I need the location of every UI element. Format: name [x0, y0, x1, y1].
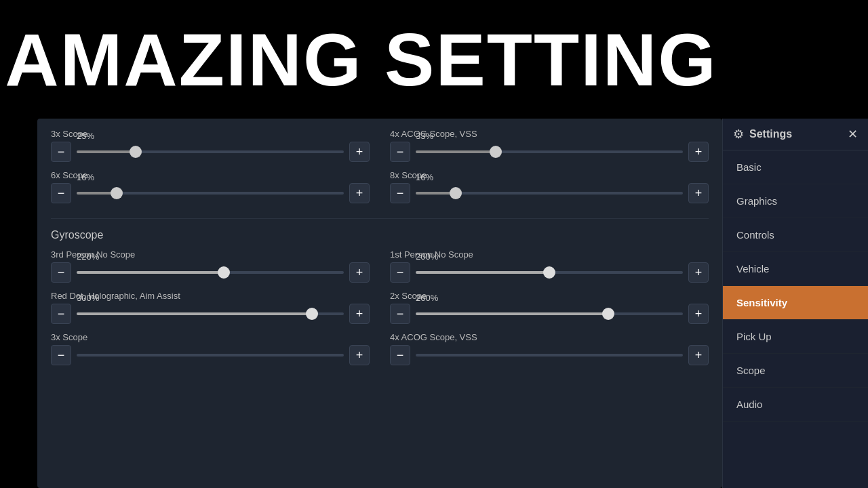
camera-right-col: 4x ACOG Scope, VSS − 33% +: [390, 129, 709, 211]
slider-track-3x-scope: [77, 150, 344, 153]
slider-control-3x-scope: − 25% +: [51, 142, 370, 162]
panel-content: 3x Scope − 25% +: [37, 119, 722, 488]
slider-track-wrap-3x-scope[interactable]: 25%: [77, 142, 344, 162]
plus-btn-4x-acog[interactable]: +: [688, 142, 709, 162]
slider-row-3x-scope: 3x Scope − 25% +: [51, 129, 370, 162]
minus-btn-4x-acog[interactable]: −: [390, 142, 410, 162]
camera-sliders-grid: 3x Scope − 25% +: [51, 129, 709, 211]
slider-track-wrap-1st-person[interactable]: 200%: [416, 262, 683, 283]
slider-row-red-dot: Red Dot, Holographic, Aim Assist − 300% …: [51, 291, 370, 324]
plus-btn-2x-scope[interactable]: +: [688, 304, 709, 324]
settings-panel: 3x Scope − 25% +: [37, 119, 722, 488]
nav-item-pickup[interactable]: Pick Up: [723, 320, 868, 354]
slider-thumb-2x-scope[interactable]: [602, 308, 614, 320]
minus-btn-6x-scope[interactable]: −: [51, 183, 71, 203]
title-overlay: AMAZING SETTING: [0, 0, 722, 119]
slider-track-wrap-red-dot[interactable]: 300%: [77, 304, 344, 324]
slider-track-gyro-4x-acog: [416, 354, 683, 357]
slider-thumb-1st-person[interactable]: [543, 266, 555, 279]
slider-value-8x-scope: 16%: [416, 172, 433, 182]
right-sidebar: ⚙ Settings ✕ Basic Graphics Controls Veh…: [722, 119, 868, 488]
minus-btn-3rd-person[interactable]: −: [51, 262, 71, 283]
gyroscope-title: Gyroscope: [51, 229, 709, 241]
plus-btn-red-dot[interactable]: +: [349, 304, 370, 324]
slider-fill-red-dot: [77, 312, 312, 315]
slider-track-wrap-6x-scope[interactable]: 16%: [77, 183, 344, 203]
plus-btn-3rd-person[interactable]: +: [349, 262, 370, 283]
nav-item-vehicle[interactable]: Vehicle: [723, 252, 868, 286]
close-button[interactable]: ✕: [848, 127, 858, 142]
camera-left-col: 3x Scope − 25% +: [51, 129, 370, 211]
slider-label-4x-acog: 4x ACOG Scope, VSS: [390, 129, 709, 139]
slider-value-1st-person: 200%: [416, 251, 438, 262]
slider-track-wrap-2x-scope[interactable]: 260%: [416, 304, 683, 324]
slider-thumb-6x-scope[interactable]: [111, 187, 123, 199]
minus-btn-1st-person[interactable]: −: [390, 262, 410, 283]
slider-row-8x-scope: 8x Scope − 16% +: [390, 170, 709, 203]
main-title: AMAZING SETTING: [5, 16, 717, 102]
minus-btn-2x-scope[interactable]: −: [390, 304, 410, 324]
minus-btn-gyro-4x-acog[interactable]: −: [390, 345, 410, 365]
slider-thumb-3rd-person[interactable]: [218, 266, 230, 279]
gyro-sliders-grid: 3rd Person No Scope − 220% +: [51, 249, 709, 373]
slider-thumb-red-dot[interactable]: [306, 308, 318, 320]
camera-section: 3x Scope − 25% +: [51, 119, 709, 219]
slider-row-3rd-person: 3rd Person No Scope − 220% +: [51, 249, 370, 283]
minus-btn-8x-scope[interactable]: −: [390, 183, 410, 203]
sidebar-title: Settings: [749, 128, 792, 140]
slider-row-1st-person: 1st Person No Scope − 200% +: [390, 249, 709, 283]
slider-track-red-dot: [77, 312, 344, 315]
plus-btn-3x-scope[interactable]: +: [349, 142, 370, 162]
slider-thumb-3x-scope[interactable]: [130, 146, 142, 158]
slider-value-2x-scope: 260%: [416, 293, 438, 303]
plus-btn-8x-scope[interactable]: +: [688, 183, 709, 203]
slider-fill-1st-person: [416, 271, 549, 274]
slider-control-8x-scope: − 16% +: [390, 183, 709, 203]
slider-control-1st-person: − 200% +: [390, 262, 709, 283]
slider-track-wrap-gyro-3x-scope[interactable]: [77, 345, 344, 365]
slider-track-wrap-3rd-person[interactable]: 220%: [77, 262, 344, 283]
slider-label-8x-scope: 8x Scope: [390, 170, 709, 180]
slider-track-4x-acog: [416, 150, 683, 153]
slider-label-3x-scope: 3x Scope: [51, 129, 370, 139]
slider-fill-3rd-person: [77, 271, 224, 274]
plus-btn-6x-scope[interactable]: +: [349, 183, 370, 203]
slider-track-3rd-person: [77, 271, 344, 274]
slider-track-wrap-gyro-4x-acog[interactable]: [416, 345, 683, 365]
slider-control-red-dot: − 300% +: [51, 304, 370, 324]
slider-row-6x-scope: 6x Scope − 16% +: [51, 170, 370, 203]
minus-btn-gyro-3x-scope[interactable]: −: [51, 345, 71, 365]
gear-icon: ⚙: [733, 127, 744, 142]
plus-btn-1st-person[interactable]: +: [688, 262, 709, 283]
slider-track-wrap-8x-scope[interactable]: 16%: [416, 183, 683, 203]
slider-label-gyro-4x-acog: 4x ACOG Scope, VSS: [390, 332, 709, 342]
slider-track-wrap-4x-acog[interactable]: 33%: [416, 142, 683, 162]
slider-row-gyro-4x-acog: 4x ACOG Scope, VSS − +: [390, 332, 709, 365]
minus-btn-red-dot[interactable]: −: [51, 304, 71, 324]
slider-track-6x-scope: [77, 192, 344, 195]
nav-item-basic[interactable]: Basic: [723, 150, 868, 184]
gyro-left-col: 3rd Person No Scope − 220% +: [51, 249, 370, 373]
sidebar-header: ⚙ Settings ✕: [723, 119, 868, 150]
slider-value-red-dot: 300%: [77, 293, 99, 303]
slider-control-2x-scope: − 260% +: [390, 304, 709, 324]
plus-btn-gyro-3x-scope[interactable]: +: [349, 345, 370, 365]
slider-thumb-8x-scope[interactable]: [450, 187, 462, 199]
slider-row-4x-acog: 4x ACOG Scope, VSS − 33% +: [390, 129, 709, 162]
slider-track-gyro-3x-scope: [77, 354, 344, 357]
nav-item-scope[interactable]: Scope: [723, 354, 868, 388]
gyro-right-col: 1st Person No Scope − 200% +: [390, 249, 709, 373]
plus-btn-gyro-4x-acog[interactable]: +: [688, 345, 709, 365]
slider-fill-3x-scope: [77, 150, 136, 153]
slider-value-3rd-person: 220%: [77, 251, 99, 262]
slider-control-gyro-3x-scope: − +: [51, 345, 370, 365]
nav-item-graphics[interactable]: Graphics: [723, 184, 868, 218]
slider-label-6x-scope: 6x Scope: [51, 170, 370, 180]
slider-thumb-4x-acog[interactable]: [490, 146, 502, 158]
slider-value-6x-scope: 16%: [77, 172, 94, 182]
nav-item-sensitivity[interactable]: Sensitivity: [723, 286, 868, 320]
nav-item-audio[interactable]: Audio: [723, 388, 868, 422]
nav-item-controls[interactable]: Controls: [723, 218, 868, 252]
minus-btn-3x-scope[interactable]: −: [51, 142, 71, 162]
slider-fill-4x-acog: [416, 150, 496, 153]
